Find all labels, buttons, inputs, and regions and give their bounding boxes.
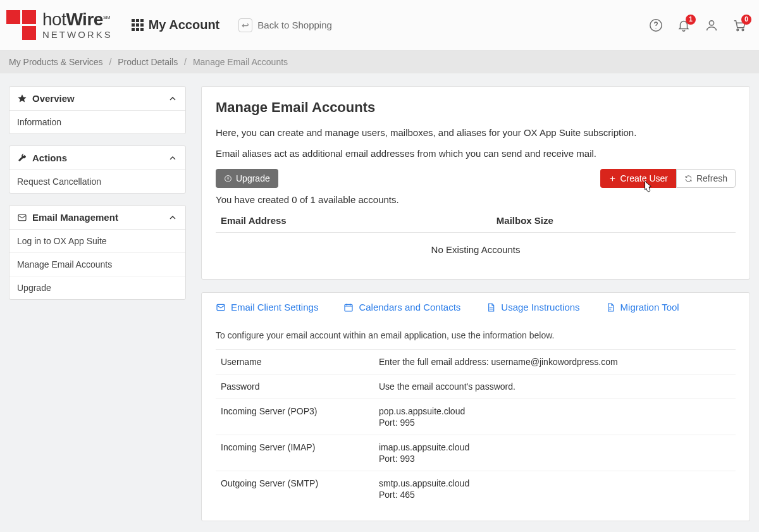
svg-point-4 [742, 28, 744, 30]
panel-overview-title: Overview [32, 93, 75, 104]
th-mailbox-size: Mailbox Size [491, 209, 736, 233]
create-user-button-label: Create User [620, 173, 668, 183]
svg-rect-8 [345, 304, 352, 311]
sidebar-item-upgrade[interactable]: Upgrade [9, 276, 185, 299]
panel-overview-head[interactable]: Overview [9, 87, 185, 111]
tab-label: Migration Tool [620, 302, 679, 312]
main-content: Manage Email Accounts Here, you can crea… [201, 86, 750, 521]
back-arrow-icon: ↩ [238, 18, 252, 32]
chevron-up-icon [168, 94, 178, 104]
panel-actions: Actions Request Cancellation [9, 145, 186, 194]
notifications-icon[interactable]: 1 [677, 18, 691, 32]
header: hotWireSM NETWORKS My Account ↩ Back to … [0, 0, 759, 51]
tab-calendars-contacts[interactable]: Calendars and Contacts [343, 302, 460, 312]
document-icon [605, 302, 615, 312]
settings-key: Password [216, 374, 374, 399]
settings-key: Incoming Server (POP3) [216, 399, 374, 435]
panel-email-title: Email Management [32, 212, 118, 223]
sidebar-item-login-ox[interactable]: Log in to OX App Suite [9, 230, 185, 253]
settings-row: Incoming Server (POP3)pop.us.appsuite.cl… [216, 399, 736, 435]
help-icon[interactable] [649, 18, 663, 32]
notifications-badge: 1 [686, 15, 696, 25]
table-empty-row: No Existing Accounts [216, 233, 736, 267]
back-to-shopping-link[interactable]: ↩ Back to Shopping [238, 18, 332, 32]
settings-row: Outgoing Server (SMTP)smtp.us.appsuite.c… [216, 471, 736, 507]
upgrade-button[interactable]: Upgrade [216, 169, 278, 188]
panel-overview: Overview Information [9, 86, 186, 134]
accounts-table: Email Address Mailbox Size No Existing A… [216, 209, 736, 266]
settings-value: smtp.us.appsuite.cloudPort: 465 [374, 471, 736, 507]
chevron-up-icon [168, 153, 178, 163]
tab-usage-instructions[interactable]: Usage Instructions [486, 302, 579, 312]
settings-key: Username [216, 350, 374, 374]
tab-label: Email Client Settings [231, 302, 318, 312]
envelope-icon [17, 213, 27, 223]
my-account-label: My Account [149, 18, 220, 32]
panel-email-management: Email Management Log in to OX App Suite … [9, 205, 186, 300]
plus-icon [608, 175, 617, 183]
refresh-button-label: Refresh [696, 173, 727, 183]
logo[interactable]: hotWireSM NETWORKS [6, 10, 113, 40]
tab-label: Calendars and Contacts [359, 302, 460, 312]
apps-grid-icon [132, 19, 144, 31]
arrow-up-circle-icon [224, 175, 232, 183]
settings-value: Enter the full email address: username@j… [374, 350, 736, 374]
svg-point-3 [737, 28, 739, 30]
manage-card: Manage Email Accounts Here, you can crea… [201, 86, 750, 280]
settings-value: pop.us.appsuite.cloudPort: 995 [374, 399, 736, 435]
header-icons: 1 0 [649, 18, 746, 32]
panel-actions-title: Actions [32, 152, 67, 163]
intro-paragraph-2: Email aliases act as additional email ad… [216, 148, 736, 159]
logo-mark [6, 10, 36, 40]
toolbar: Upgrade Create User Refresh [216, 169, 736, 188]
envelope-icon [216, 302, 226, 312]
tabs: Email Client Settings Calendars and Cont… [202, 293, 750, 321]
star-icon [17, 94, 27, 104]
panel-email-head[interactable]: Email Management [9, 206, 185, 230]
settings-intro: To configure your email account within a… [216, 330, 736, 340]
settings-row: UsernameEnter the full email address: us… [216, 350, 736, 374]
settings-card: Email Client Settings Calendars and Cont… [201, 292, 750, 521]
sidebar-item-request-cancellation[interactable]: Request Cancellation [9, 170, 185, 193]
panel-actions-head[interactable]: Actions [9, 146, 185, 170]
sidebar: Overview Information Actions Request Can… [9, 86, 186, 300]
logo-text: hotWireSM NETWORKS [42, 11, 113, 39]
chevron-up-icon [168, 213, 178, 223]
create-user-button[interactable]: Create User [600, 169, 676, 188]
wrench-icon [17, 153, 27, 163]
intro-paragraph-1: Here, you can create and manage users, m… [216, 127, 736, 138]
calendar-icon [343, 302, 354, 312]
breadcrumb: My Products & Services / Product Details… [0, 51, 759, 73]
settings-key: Incoming Server (IMAP) [216, 435, 374, 471]
page-title: Manage Email Accounts [216, 99, 736, 116]
sidebar-item-information[interactable]: Information [9, 111, 185, 133]
settings-row: PasswordUse the email account's password… [216, 374, 736, 399]
document-icon [486, 302, 496, 312]
breadcrumb-current: Manage Email Accounts [193, 57, 288, 67]
tab-email-client-settings[interactable]: Email Client Settings [216, 302, 318, 312]
sidebar-item-manage-email[interactable]: Manage Email Accounts [9, 253, 185, 276]
cart-icon[interactable]: 0 [732, 18, 746, 32]
user-icon[interactable] [705, 18, 719, 32]
settings-value: Use the email account's password. [374, 374, 736, 399]
svg-point-1 [655, 28, 656, 28]
settings-key: Outgoing Server (SMTP) [216, 471, 374, 507]
breadcrumb-item[interactable]: Product Details [118, 57, 178, 67]
breadcrumb-item[interactable]: My Products & Services [9, 57, 103, 67]
svg-rect-5 [18, 214, 26, 220]
tab-label: Usage Instructions [501, 302, 579, 312]
upgrade-button-label: Upgrade [236, 173, 270, 183]
back-to-shopping-label: Back to Shopping [257, 20, 332, 30]
settings-value: imap.us.appsuite.cloudPort: 993 [374, 435, 736, 471]
th-email-address: Email Address [216, 209, 491, 233]
refresh-icon [684, 175, 693, 183]
quota-text: You have created 0 of 1 available accoun… [216, 194, 736, 205]
my-account-heading[interactable]: My Account [132, 18, 220, 32]
settings-row: Incoming Server (IMAP)imap.us.appsuite.c… [216, 435, 736, 471]
tab-migration-tool[interactable]: Migration Tool [605, 302, 679, 312]
svg-point-2 [709, 20, 713, 25]
settings-table: UsernameEnter the full email address: us… [216, 349, 736, 507]
refresh-button[interactable]: Refresh [676, 169, 736, 188]
tab-body-email-settings: To configure your email account within a… [202, 321, 750, 521]
cart-badge: 0 [741, 15, 751, 25]
